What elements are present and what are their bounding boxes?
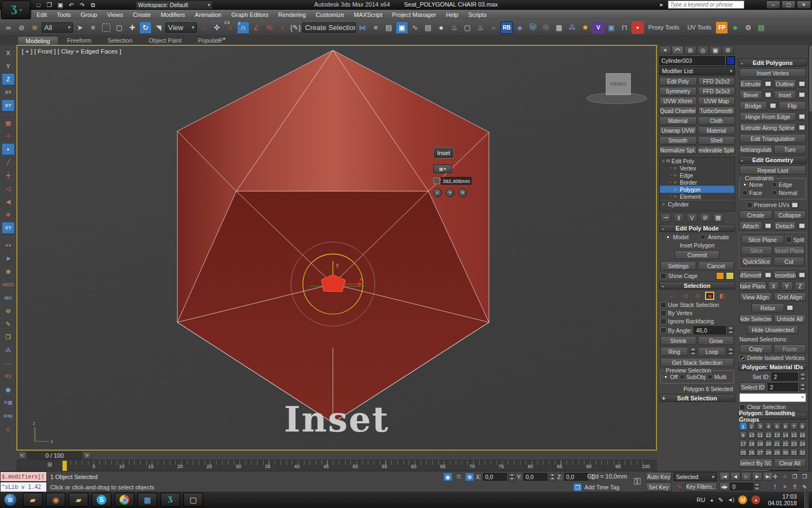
msmooth-button[interactable]: MSmooth <box>739 270 762 280</box>
isolate-selection-icon[interactable]: ◉ <box>443 472 452 481</box>
mirror-icon[interactable]: ⋈ <box>356 21 369 34</box>
render-production-icon[interactable]: ♨ <box>474 21 487 34</box>
y-coord-field[interactable]: 0,0 <box>523 473 547 481</box>
hide-unselected-button[interactable]: Hide Unselected <box>747 325 798 334</box>
absolute-mode-icon[interactable]: ⊗ <box>465 472 474 481</box>
tray-expand-icon[interactable]: ▲ <box>709 498 714 503</box>
unlink-selection-icon[interactable]: ⊘ <box>15 21 28 34</box>
select-id-spinner[interactable]: ▴▾ <box>799 383 806 391</box>
modifier-button[interactable]: UVW Map <box>698 97 736 105</box>
building-plugin-icon[interactable]: ▦ <box>553 21 565 34</box>
dope-sheet-icon[interactable]: ▤ <box>422 21 434 34</box>
prev-frame-button[interactable]: < <box>18 452 26 459</box>
media-player-icon[interactable]: ▢ <box>183 493 203 507</box>
default-in-out-tangent-icon[interactable]: ∿ <box>674 482 683 491</box>
smoothing-group-button[interactable]: 7 <box>790 422 798 430</box>
polygon-subobject-icon[interactable]: ■ <box>705 292 714 300</box>
percent-snap-toggle-icon[interactable]: % <box>263 21 276 34</box>
menu-item[interactable]: Modifiers <box>156 10 190 20</box>
modifier-button[interactable]: Smooth <box>659 136 697 145</box>
sphere-stand-plugin-icon[interactable]: ☉ <box>540 21 552 34</box>
vertex-subobject-icon[interactable]: ∴ <box>667 292 677 300</box>
curve-editor-icon[interactable]: ∿ <box>409 21 421 34</box>
edge-subobject-icon[interactable]: ◁ <box>680 292 689 300</box>
face-center-snap-icon[interactable]: ◀ <box>2 196 15 208</box>
smoothing-group-button[interactable]: 24 <box>799 440 807 447</box>
firefox-icon[interactable]: ◉ <box>46 493 65 507</box>
smoothing-group-button[interactable]: 3 <box>756 422 764 430</box>
by-angle-spinner[interactable]: ▴▾ <box>727 326 734 334</box>
constrain-xy-icon[interactable]: XY <box>2 86 15 98</box>
folder-images-icon[interactable]: ▰ <box>69 493 88 507</box>
menu-item[interactable]: Animation <box>190 10 226 20</box>
snap-xy-icon[interactable]: XY <box>2 222 15 234</box>
y-spinner[interactable]: ▴▾ <box>549 473 556 481</box>
viewport-front[interactable]: y x z x [ + ] [ Front ] [ Clay + Edged F… <box>16 45 657 451</box>
collapse-button[interactable]: Collapse <box>774 210 807 220</box>
frozen-snap-icon[interactable]: ❄ <box>2 209 15 221</box>
snap-xy-plane-icon[interactable]: XY <box>2 99 15 111</box>
tessellate-button[interactable]: Tessellate <box>774 270 797 280</box>
vray-grid-script-icon[interactable]: vray <box>2 410 15 422</box>
smoothing-group-button[interactable]: 31 <box>790 448 798 456</box>
create-button[interactable]: Create <box>739 210 772 220</box>
animate-radio[interactable] <box>700 234 706 240</box>
select-and-scale-icon[interactable]: ◥ <box>152 21 165 34</box>
menu-item[interactable]: Customize <box>311 10 349 20</box>
reset-plane-button[interactable]: Reset Plane <box>774 246 805 255</box>
time-tag-icon[interactable]: ❒ <box>573 483 582 492</box>
relax-button[interactable]: Relax <box>751 303 784 312</box>
settings-button[interactable]: Settings <box>660 261 696 270</box>
tessellate-settings[interactable] <box>798 271 806 279</box>
select-by-name-icon[interactable]: ≡ <box>87 21 99 34</box>
rectangular-selection-region-icon[interactable] <box>102 23 110 32</box>
menu-item[interactable]: Project Manager <box>387 10 441 20</box>
paste-button[interactable]: Paste <box>774 344 807 353</box>
snaps-toggle-3-icon[interactable]: ∩3 <box>237 21 249 34</box>
colored-points-script-icon[interactable]: ⁂ <box>2 344 15 356</box>
extrude-along-spline-button[interactable]: Extrude Along Spline <box>739 123 796 132</box>
ribbon-tab[interactable]: Modeling <box>17 36 58 45</box>
3ds-max-taskbar-icon[interactable]: Ӡ <box>160 493 180 507</box>
particles-plugin-icon[interactable]: ⁂ <box>566 21 578 34</box>
spinner-snap-toggle-icon[interactable]: ↕ <box>276 21 289 34</box>
by-angle-checkbox[interactable] <box>660 327 666 333</box>
slice-plane-button[interactable]: Slice Plane <box>741 235 784 244</box>
menu-item[interactable]: Views <box>102 10 128 20</box>
planar-x-button[interactable]: X <box>768 281 779 291</box>
modifier-button[interactable]: Shell <box>698 136 736 145</box>
constraint-face-radio[interactable] <box>742 190 748 196</box>
rendered-frame-window-icon[interactable]: ▢ <box>461 21 474 34</box>
menu-item[interactable]: MAXScript <box>349 10 387 20</box>
smoothing-group-button[interactable]: 4 <box>765 422 773 430</box>
menu-item[interactable]: Tools <box>52 10 76 20</box>
inset-settings[interactable] <box>798 91 806 99</box>
attach-button[interactable]: Attach <box>739 221 762 231</box>
show-desktop-button[interactable] <box>804 492 809 508</box>
3ds-max-logo[interactable]: Ӡ▾ <box>1 1 31 19</box>
abc-letters-script-icon[interactable]: abc <box>2 292 15 304</box>
configure-modifier-sets-icon[interactable]: ▦ <box>713 213 724 222</box>
claw-plugin-icon[interactable]: ✸ <box>579 21 592 34</box>
smoothing-group-button[interactable]: 26 <box>748 448 756 456</box>
smoothing-group-button[interactable]: 25 <box>739 448 747 456</box>
menu-item[interactable]: Rendering <box>273 10 311 20</box>
close-button[interactable]: ✕ <box>797 1 811 9</box>
menu-item[interactable]: Scripts <box>463 10 492 20</box>
turn-button[interactable]: Turn <box>774 145 807 154</box>
select-and-move-icon[interactable]: ✚ <box>126 21 139 34</box>
smoothing-group-button[interactable]: 9 <box>739 431 747 439</box>
bridge-button[interactable]: Bridge <box>739 101 767 110</box>
modifier-button[interactable]: FFD 3x3x3 <box>698 87 736 96</box>
menu-item[interactable]: Help <box>441 10 463 20</box>
loop-button[interactable]: Loop <box>698 347 726 356</box>
smoothing-group-button[interactable]: 23 <box>790 440 798 447</box>
red-badge-icon[interactable]: ● <box>751 495 760 504</box>
smoothing-group-button[interactable]: 22 <box>782 440 790 447</box>
ribbon-tab[interactable]: Object Paint <box>141 36 189 45</box>
list-plugin-icon[interactable]: ▤ <box>755 21 767 34</box>
rxyz-letters-script-icon[interactable]: RX <box>2 370 15 382</box>
time-slider[interactable] <box>62 460 67 471</box>
modifier-button[interactable]: Material <box>659 116 697 125</box>
extrude-settings[interactable] <box>764 80 772 88</box>
